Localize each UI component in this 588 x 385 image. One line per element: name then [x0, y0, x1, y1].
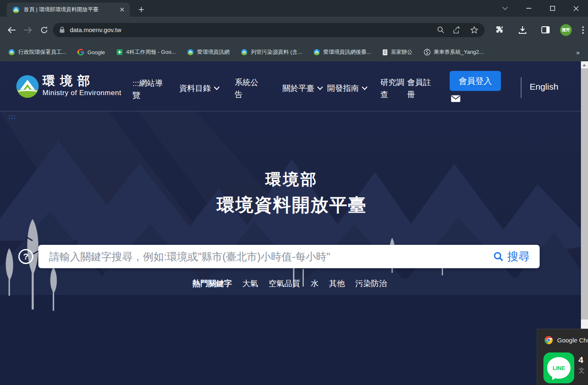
search-button-label: 搜尋 — [507, 249, 530, 264]
nav-item-about-platform[interactable]: 關於平臺 — [283, 82, 323, 94]
bookmark-label: 居家辦公 — [391, 48, 413, 56]
moenv-favicon-icon — [8, 49, 15, 55]
address-bar[interactable]: data.moenv.gov.tw — [53, 23, 485, 37]
share-icon[interactable] — [453, 26, 461, 33]
site-brand[interactable]: 環境部 Ministry of Environment — [43, 74, 121, 98]
minimize-icon[interactable] — [517, 0, 540, 17]
hot-keywords-row: 熱門關鍵字 大氣 空氣品質 水 其他 污染防治 — [0, 278, 579, 289]
line-logo-text: LINE — [553, 365, 565, 371]
profile-avatar[interactable]: 雅芳 — [560, 24, 572, 36]
webpage-viewport: 環境部 Ministry of Environment :::網站導覽 資料目錄… — [0, 61, 588, 385]
keyword-link[interactable]: 污染防治 — [355, 278, 387, 289]
bookmark-label: 列管污染源資料 (含... — [251, 48, 302, 56]
keyword-link[interactable]: 空氣品質 — [269, 278, 300, 289]
brand-title: 環境部 — [43, 74, 121, 88]
hero-title-line2: 環境資料開放平臺 — [0, 193, 583, 217]
side-panel-icon[interactable] — [537, 22, 554, 38]
forward-button[interactable] — [20, 22, 36, 38]
keyword-link[interactable]: 水 — [311, 278, 319, 289]
brand-subtitle: Ministry of Environment — [43, 88, 121, 98]
bookmark-label: 乘車券系統_Yang2... — [434, 48, 484, 56]
bookmark-item[interactable]: 行政院環保署員工... — [8, 48, 66, 56]
hero-title-line1: 環境部 — [0, 169, 583, 190]
bookmark-item[interactable]: 列管污染源資料 (含... — [241, 48, 302, 56]
menu-kebab-icon[interactable] — [578, 22, 588, 38]
tab-favicon-moenv-logo-icon — [13, 6, 20, 13]
nav-item-data-catalog[interactable]: 資料目錄 — [179, 82, 220, 94]
google-g-icon — [78, 49, 84, 55]
bookmark-label: Google — [88, 49, 105, 55]
new-tab-button[interactable] — [136, 4, 147, 15]
document-icon — [383, 49, 388, 55]
search-input[interactable] — [38, 251, 491, 263]
bookmark-item[interactable]: 居家辦公 — [383, 48, 413, 56]
skip-to-content-dots[interactable]: ::: — [8, 115, 16, 119]
keyword-link[interactable]: 其他 — [329, 278, 345, 289]
search-submit-button[interactable]: 搜尋 — [491, 249, 540, 264]
search-icon[interactable] — [437, 26, 444, 33]
envelope-icon[interactable] — [451, 95, 460, 102]
bookmark-item[interactable]: 4科工作周報 - Goo... — [116, 48, 176, 56]
bookmark-label: 愛環境資訊網後臺... — [323, 48, 371, 56]
toast-message-big: 4 — [578, 355, 583, 365]
nav-item-member-register[interactable]: 會員註冊 — [407, 76, 433, 101]
toast-message-small: 文 — [578, 367, 585, 375]
toast-app-name: Google Chr — [557, 337, 588, 344]
tab-title: 首頁 | 環境部環境資料開放平臺 — [24, 6, 114, 13]
globe-s-icon — [424, 49, 430, 55]
bookmark-star-icon[interactable] — [470, 26, 478, 33]
tab-close-icon[interactable] — [118, 6, 126, 13]
nav-item-research-survey[interactable]: 研究調查 — [380, 76, 406, 101]
nav-label: 開發指南 — [327, 82, 359, 94]
close-window-icon[interactable] — [564, 0, 588, 17]
maximize-icon[interactable] — [540, 0, 564, 17]
download-icon[interactable] — [514, 22, 531, 38]
bookmarks-overflow-chevron[interactable]: » — [576, 49, 582, 56]
extensions-puzzle-icon[interactable] — [491, 22, 508, 38]
bookmark-label: 行政院環保署員工... — [18, 48, 66, 56]
lock-icon — [60, 27, 65, 33]
skip-link-sitemap[interactable]: :::網站導覽 — [133, 77, 167, 101]
nav-label: 關於平臺 — [283, 82, 314, 94]
window-controls — [493, 0, 588, 17]
moenv-favicon-icon — [241, 49, 248, 55]
hot-keywords-label: 熱門關鍵字 — [193, 278, 232, 289]
nav-label: 資料目錄 — [179, 82, 211, 94]
nav-item-system-announcements[interactable]: 系統公告 — [235, 76, 260, 101]
moenv-favicon-icon — [313, 49, 320, 55]
help-question-icon[interactable]: ? — [18, 249, 33, 264]
bookmarks-bar: 行政院環保署員工... Google 4科工作周報 - Goo... 愛環境資訊… — [0, 43, 588, 61]
keyword-link[interactable]: 大氣 — [243, 278, 258, 289]
member-login-button[interactable]: 會員登入 — [450, 71, 501, 91]
bookmark-label: 4科工作周報 - Goo... — [126, 48, 176, 56]
tab-search-chevron-icon[interactable] — [493, 0, 517, 17]
chevron-down-icon — [214, 86, 220, 90]
bookmark-item[interactable]: 愛環境資訊網後臺... — [313, 48, 371, 56]
bookmark-label: 愛環境資訊網 — [197, 48, 230, 56]
chrome-icon — [544, 336, 553, 345]
scrollbar-up-arrow-icon[interactable] — [583, 64, 586, 66]
language-toggle-english[interactable]: English — [530, 82, 558, 92]
bookmark-item[interactable]: 乘車券系統_Yang2... — [424, 48, 484, 56]
scrollbar-thumb[interactable] — [581, 68, 588, 320]
moenv-favicon-icon — [187, 49, 194, 55]
bookmark-item[interactable]: 愛環境資訊網 — [187, 48, 230, 56]
dataset-search-bar[interactable]: 搜尋 — [38, 245, 540, 268]
sheets-doc-icon — [116, 49, 123, 55]
url-text[interactable]: data.moenv.gov.tw — [70, 26, 432, 33]
browser-tab[interactable]: 首頁 | 環境部環境資料開放平臺 — [7, 3, 130, 17]
line-app-icon[interactable]: LINE — [543, 352, 574, 383]
header-divider — [521, 77, 521, 98]
nav-item-developer-guide[interactable]: 開發指南 — [327, 82, 368, 94]
back-button[interactable] — [3, 22, 20, 38]
os-notification-toast[interactable]: Google Chr LINE 4 文 — [537, 329, 588, 385]
chevron-down-icon — [317, 86, 323, 90]
site-header: 環境部 Ministry of Environment :::網站導覽 資料目錄… — [0, 61, 588, 111]
tab-strip: 首頁 | 環境部環境資料開放平臺 — [0, 0, 588, 17]
browser-toolbar: data.moenv.gov.tw 雅芳 — [0, 17, 588, 43]
reload-button[interactable] — [36, 22, 52, 38]
search-magnifier-icon — [493, 252, 503, 262]
moenv-logo-icon[interactable] — [16, 75, 39, 98]
bookmark-item[interactable]: Google — [78, 49, 105, 55]
chevron-down-icon — [362, 86, 368, 90]
